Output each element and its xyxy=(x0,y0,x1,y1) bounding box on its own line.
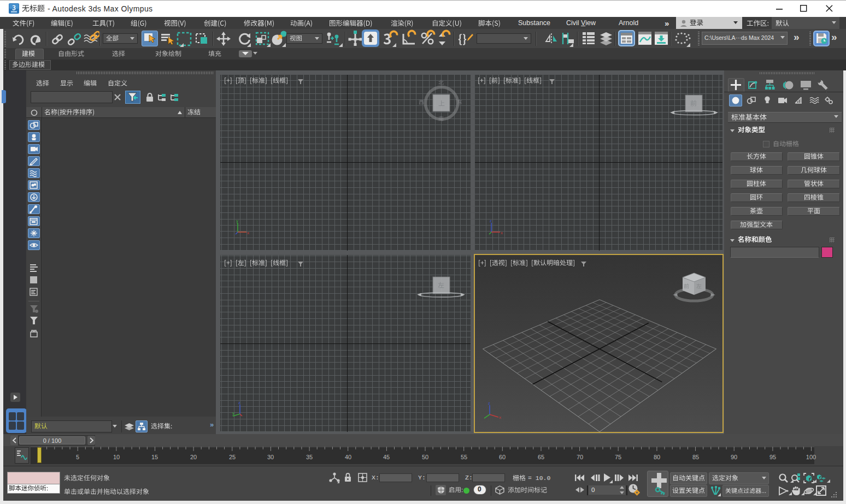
svg-text:x: x xyxy=(247,230,249,235)
svg-text:z: z xyxy=(488,401,490,406)
svg-text:y: y xyxy=(232,411,234,416)
svg-text:x: x xyxy=(501,230,503,235)
svg-text:x: x xyxy=(499,415,501,420)
svg-text:z: z xyxy=(238,400,240,405)
svg-text:y: y xyxy=(236,218,238,223)
svg-text:z: z xyxy=(490,218,492,223)
